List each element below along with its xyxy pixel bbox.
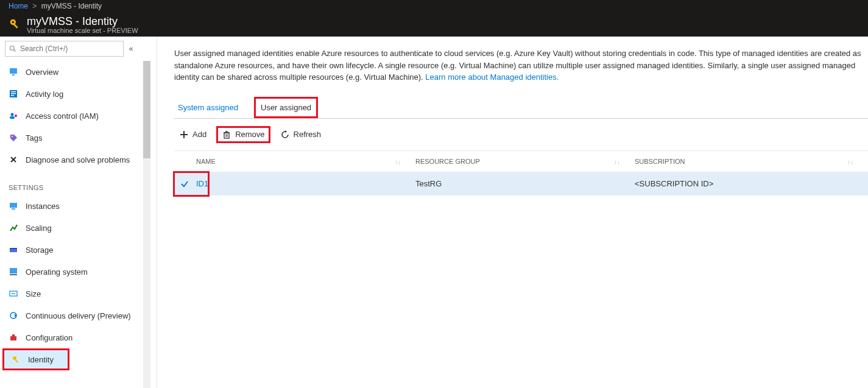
column-subscription[interactable]: SUBSCRIPTION ↑↓	[635, 158, 868, 165]
sidebar-item-label: Size	[26, 289, 41, 298]
svg-marker-31	[285, 130, 287, 133]
toolbar: Add Remove Refresh	[174, 119, 868, 150]
svg-rect-29	[15, 359, 19, 363]
page-title: myVMSS - Identity	[27, 15, 138, 28]
sidebar-item-label: Access control (IAM)	[26, 111, 99, 121]
sidebar-item-operating-system[interactable]: Operating system	[0, 261, 143, 283]
size-icon	[9, 289, 18, 298]
sidebar-item-diagnose[interactable]: Diagnose and solve problems	[0, 149, 143, 171]
table-row[interactable]: ID1 TestRG <SUBSCRIPTION ID>	[174, 172, 868, 196]
add-button[interactable]: Add	[174, 126, 211, 143]
svg-rect-9	[11, 93, 16, 94]
remove-button[interactable]: Remove	[216, 126, 270, 143]
sidebar-section-settings: SETTINGS	[0, 171, 143, 195]
breadcrumb: Home > myVMSS - Identity	[9, 0, 859, 12]
sidebar-item-scaling[interactable]: Scaling	[0, 217, 143, 239]
collapse-sidebar-button[interactable]: «	[124, 44, 138, 53]
sidebar-item-label: Tags	[26, 133, 42, 143]
instances-icon	[9, 201, 18, 211]
access-control-icon	[9, 111, 18, 121]
sidebar-item-label: Operating system	[26, 267, 88, 277]
intro-text: User assigned managed identities enable …	[174, 48, 868, 83]
svg-point-16	[12, 158, 15, 161]
svg-rect-21	[10, 268, 17, 273]
configuration-icon	[9, 333, 18, 342]
breadcrumb-current: myVMSS - Identity	[41, 2, 102, 10]
svg-rect-22	[10, 274, 17, 275]
grid-header: NAME ↑↓ RESOURCE GROUP ↑↓ SUBSCRIPTION ↑…	[174, 150, 868, 172]
trash-icon	[222, 130, 231, 139]
svg-rect-10	[11, 95, 14, 96]
search-icon	[9, 45, 16, 52]
top-bar: Home > myVMSS - Identity myVMSS - Identi…	[0, 0, 868, 37]
add-icon	[179, 130, 189, 139]
sort-icon: ↑↓	[847, 159, 853, 166]
sidebar-item-label: Storage	[26, 245, 54, 255]
svg-rect-12	[10, 116, 15, 119]
sidebar-item-label: Instances	[26, 202, 60, 211]
svg-rect-20	[10, 248, 17, 249]
search-input[interactable]	[20, 44, 119, 53]
svg-rect-26	[10, 336, 16, 340]
sidebar-item-overview[interactable]: Overview	[0, 61, 143, 83]
column-resource-group[interactable]: RESOURCE GROUP ↑↓	[415, 158, 635, 165]
cell-subscription: <SUBSCRIPTION ID>	[635, 179, 868, 188]
sidebar-item-tags[interactable]: Tags	[0, 127, 143, 149]
diagnose-icon	[9, 155, 18, 164]
breadcrumb-home[interactable]: Home	[9, 2, 28, 10]
svg-rect-1	[13, 23, 18, 28]
svg-rect-5	[10, 68, 17, 74]
cell-name: ID1	[196, 179, 415, 188]
sidebar-item-size[interactable]: Size	[0, 283, 143, 305]
sidebar-item-activity-log[interactable]: Activity log	[0, 83, 143, 105]
sidebar-item-storage[interactable]: Storage	[0, 239, 143, 261]
page-header: myVMSS - Identity Virtual machine scale …	[9, 12, 859, 37]
sidebar-item-label: Diagnose and solve problems	[26, 155, 130, 164]
checkmark-icon	[180, 180, 189, 188]
sidebar-item-access-control[interactable]: Access control (IAM)	[0, 105, 143, 127]
sidebar-item-label: Activity log	[26, 90, 63, 99]
svg-point-11	[11, 113, 14, 116]
tab-bar: System assigned User assigned	[174, 97, 868, 119]
svg-rect-30	[224, 133, 229, 138]
svg-point-2	[12, 21, 15, 24]
sidebar-item-identity[interactable]: Identity	[2, 348, 69, 370]
sidebar-scrollbar-thumb[interactable]	[143, 61, 150, 158]
sidebar-scrollbar[interactable]	[143, 61, 150, 388]
sidebar-item-instances[interactable]: Instances	[0, 195, 143, 217]
continuous-delivery-icon	[9, 311, 18, 320]
page-subtitle: Virtual machine scale set - PREVIEW	[27, 27, 138, 34]
refresh-button[interactable]: Refresh	[275, 126, 326, 143]
svg-line-4	[14, 50, 16, 52]
main-content: User assigned managed identities enable …	[157, 37, 868, 388]
svg-point-3	[10, 46, 15, 51]
key-icon	[9, 18, 22, 31]
storage-icon	[9, 245, 18, 255]
svg-rect-18	[12, 208, 15, 210]
column-name[interactable]: NAME ↑↓	[196, 158, 415, 165]
search-input-wrapper[interactable]	[5, 41, 124, 57]
tab-user-assigned[interactable]: User assigned	[254, 97, 318, 118]
sidebar-item-continuous-delivery[interactable]: Continuous delivery (Preview)	[0, 305, 143, 326]
sort-icon: ↑↓	[395, 159, 401, 166]
tab-system-assigned[interactable]: System assigned	[174, 97, 242, 118]
tags-icon	[9, 133, 18, 143]
refresh-label: Refresh	[294, 130, 322, 139]
sidebar-item-configuration[interactable]: Configuration	[0, 326, 143, 348]
scaling-icon	[9, 223, 18, 233]
svg-rect-27	[12, 334, 15, 336]
svg-rect-8	[11, 91, 16, 93]
sort-icon: ↑↓	[614, 159, 620, 166]
sidebar-item-label: Identity	[28, 355, 54, 364]
activity-log-icon	[9, 89, 18, 99]
cell-resource-group: TestRG	[415, 179, 635, 188]
svg-point-15	[12, 136, 13, 137]
os-icon	[9, 267, 18, 277]
identity-link[interactable]: ID1	[196, 179, 208, 188]
sidebar-item-label: Configuration	[26, 333, 72, 342]
remove-label: Remove	[235, 130, 264, 139]
overview-icon	[9, 67, 18, 77]
sidebar: « Overview Activity log Access control (…	[0, 37, 157, 388]
add-label: Add	[192, 130, 206, 139]
learn-more-link[interactable]: Learn more about Managed identities.	[425, 72, 559, 82]
